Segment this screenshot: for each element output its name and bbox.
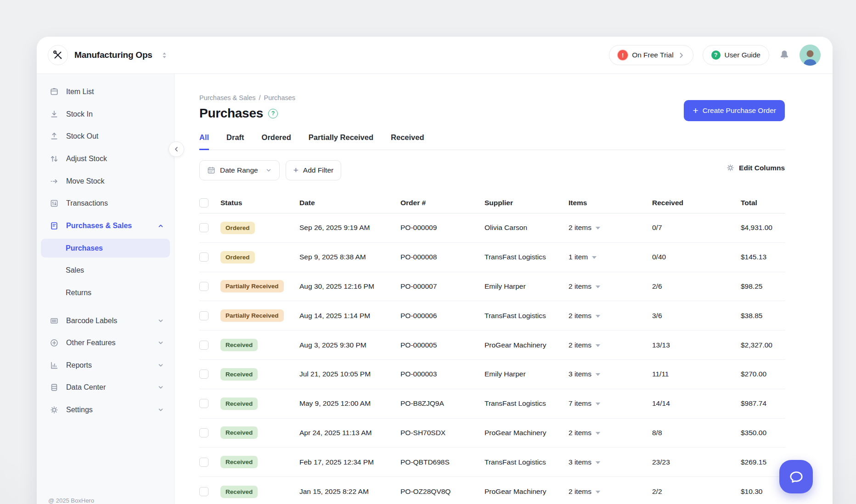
sidebar-subitem-purchases[interactable]: Purchases (41, 239, 170, 258)
cell-received: 23/23 (652, 458, 741, 466)
sidebar-item-label: Move Stock (66, 177, 164, 185)
table-row[interactable]: Received May 9, 2025 12:00 AM PO-B8ZJQ9A… (199, 389, 785, 419)
free-trial-button[interactable]: ! On Free Trial (609, 45, 693, 65)
status-badge: Received (220, 486, 258, 498)
notifications-button[interactable] (778, 49, 790, 61)
items-dropdown[interactable]: 2 items (569, 282, 652, 291)
plus-circle-icon (49, 338, 59, 347)
status-badge: Received (220, 426, 258, 439)
cell-received: 11/11 (652, 370, 741, 378)
workspace-switcher[interactable]: Manufacturing Ops (48, 45, 167, 65)
tab-received[interactable]: Received (391, 133, 424, 150)
sidebar-item-label: Other Features (66, 339, 158, 347)
copyright-text: @ 2025 BoxHero (48, 497, 94, 504)
edit-columns-button[interactable]: Edit Columns (726, 163, 785, 172)
items-dropdown[interactable]: 2 items (569, 224, 652, 232)
tab-partially-received[interactable]: Partially Received (309, 133, 373, 150)
row-checkbox[interactable] (199, 487, 208, 496)
user-guide-button[interactable]: ? User Guide (703, 45, 769, 65)
sidebar-item-settings[interactable]: Settings (37, 399, 174, 421)
items-dropdown[interactable]: 1 item (569, 253, 652, 261)
filter-bar: Date Range + Add Filter Edit Columns (199, 160, 785, 180)
items-count: 2 items (569, 224, 591, 232)
items-dropdown[interactable]: 3 items (569, 370, 652, 378)
items-count: 2 items (569, 312, 591, 320)
cell-total: $98.25 (741, 282, 785, 291)
items-dropdown[interactable]: 2 items (569, 341, 652, 349)
edit-columns-label: Edit Columns (739, 164, 785, 172)
row-checkbox[interactable] (199, 223, 208, 232)
items-dropdown[interactable]: 3 items (569, 458, 652, 466)
main-content: Purchases & Sales / Purchases Purchases … (175, 74, 833, 504)
row-checkbox[interactable] (199, 399, 208, 408)
sidebar-item-item-list[interactable]: Item List (37, 81, 174, 103)
sidebar-item-purchases-sales[interactable]: Purchases & Sales (37, 215, 174, 237)
table-row[interactable]: Received Aug 3, 2025 9:30 PM PO-000005 P… (199, 330, 785, 360)
user-avatar[interactable] (800, 45, 821, 66)
page-help-icon[interactable]: ? (268, 109, 278, 118)
status-badge: Ordered (220, 222, 255, 234)
tab-all[interactable]: All (199, 133, 209, 150)
row-checkbox[interactable] (199, 252, 208, 262)
items-dropdown[interactable]: 2 items (569, 429, 652, 437)
row-checkbox[interactable] (199, 370, 208, 379)
table-row[interactable]: Received Apr 24, 2025 11:13 AM PO-SH70SD… (199, 419, 785, 448)
sidebar-item-stock-in[interactable]: Stock In (37, 103, 174, 126)
sidebar-subitem-sales[interactable]: Sales (37, 259, 174, 282)
sidebar-collapse-button[interactable] (169, 141, 184, 157)
sidebar-subitem-returns[interactable]: Returns (37, 282, 174, 304)
sidebar-item-stock-out[interactable]: Stock Out (37, 125, 174, 148)
sidebar-item-other-features[interactable]: Other Features (37, 332, 174, 354)
add-filter-label: Add Filter (303, 166, 333, 174)
sidebar-item-transactions[interactable]: Transactions (37, 192, 174, 215)
items-dropdown[interactable]: 2 items (569, 487, 652, 496)
row-checkbox[interactable] (199, 458, 208, 467)
table-row[interactable]: Received Feb 17, 2025 12:34 PM PO-QBTD69… (199, 448, 785, 477)
plus-icon: + (693, 106, 698, 115)
row-checkbox[interactable] (199, 341, 208, 350)
sidebar-item-data-center[interactable]: Data Center (37, 376, 174, 399)
workspace-caret-icon (162, 51, 167, 59)
chat-launcher-button[interactable] (779, 460, 813, 493)
add-filter-button[interactable]: + Add Filter (286, 160, 341, 180)
sidebar-item-reports[interactable]: Reports (37, 354, 174, 377)
select-all-checkbox[interactable] (199, 198, 208, 207)
cell-total: $270.00 (741, 370, 785, 378)
page-title: Purchases (199, 106, 263, 121)
create-purchase-order-button[interactable]: + Create Purchase Order (684, 100, 785, 121)
table-row[interactable]: Received Jan 15, 2025 8:22 AM PO-OZ28QV8… (199, 477, 785, 504)
status-tabs: All Draft Ordered Partially Received Rec… (199, 133, 785, 150)
table-row[interactable]: Ordered Sep 9, 2025 8:38 AM PO-000008 Tr… (199, 243, 785, 272)
table-row[interactable]: Ordered Sep 26, 2025 9:19 AM PO-000009 O… (199, 213, 785, 243)
sidebar-item-barcode-labels[interactable]: Barcode Labels (37, 309, 174, 332)
status-badge: Partially Received (220, 309, 284, 322)
column-header-items: Items (569, 199, 652, 207)
row-checkbox[interactable] (199, 311, 208, 320)
items-dropdown[interactable]: 7 items (569, 399, 652, 408)
tab-ordered[interactable]: Ordered (262, 133, 291, 150)
sidebar-item-move-stock[interactable]: Move Stock (37, 170, 174, 192)
column-header-status: Status (220, 199, 299, 207)
help-circle-icon: ? (711, 50, 721, 60)
sidebar-item-label: Purchases & Sales (66, 222, 158, 230)
row-checkbox[interactable] (199, 282, 208, 291)
triangle-down-icon (596, 315, 600, 318)
date-range-dropdown[interactable]: Date Range (199, 160, 280, 180)
cell-date: Aug 14, 2025 1:14 PM (299, 312, 400, 320)
cell-order-number: PO-B8ZJQ9A (400, 399, 484, 408)
cell-supplier: Emily Harper (484, 370, 569, 378)
row-checkbox[interactable] (199, 428, 208, 437)
chevron-left-icon (173, 146, 180, 152)
cell-total: $38.85 (741, 312, 785, 320)
chevron-up-icon (158, 223, 164, 229)
workspace-name: Manufacturing Ops (74, 50, 152, 60)
tab-draft[interactable]: Draft (226, 133, 244, 150)
table-row[interactable]: Received Jul 21, 2025 10:05 PM PO-000003… (199, 360, 785, 389)
breadcrumb-purchases-sales[interactable]: Purchases & Sales (199, 94, 256, 101)
table-row[interactable]: Partially Received Aug 30, 2025 12:16 PM… (199, 272, 785, 302)
sidebar-item-adjust-stock[interactable]: Adjust Stock (37, 148, 174, 170)
items-dropdown[interactable]: 2 items (569, 312, 652, 320)
column-header-received: Received (652, 199, 741, 207)
table-row[interactable]: Partially Received Aug 14, 2025 1:14 PM … (199, 301, 785, 330)
breadcrumb-purchases[interactable]: Purchases (264, 94, 296, 101)
